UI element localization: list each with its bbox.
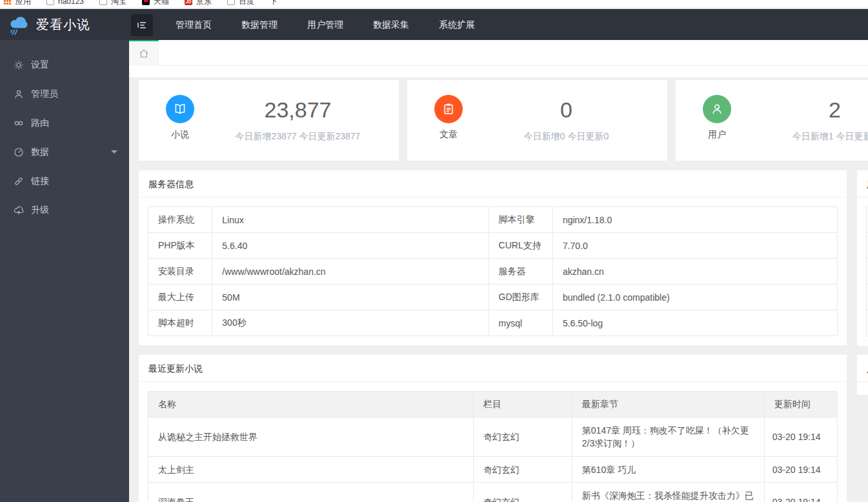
- stat-card-articles: 文章 0 今日新增0 今日更新0: [407, 80, 667, 161]
- rain-cloud-logo-icon: [8, 15, 31, 35]
- bookmark-label: 应用: [15, 0, 31, 7]
- home-icon: [138, 48, 150, 59]
- nav-item-user-manage[interactable]: 用户管理: [292, 9, 358, 40]
- favicon-placeholder-icon: [227, 0, 235, 5]
- app-logo[interactable]: 爱看小说: [0, 9, 129, 40]
- person-icon: [14, 89, 24, 99]
- table-row: 深海拳王 奇幻玄幻 新书《深海炮王：我杀怪能提升攻击力》已发 03-20 19:…: [148, 483, 838, 502]
- bookmark-label: 淘宝: [111, 0, 126, 7]
- sidebar-item-label: 链接: [31, 176, 49, 187]
- tmall-icon: [142, 0, 150, 5]
- table-row: 脚本超时 300秒 mysql 5.6.50-log: [148, 310, 838, 336]
- sidebar-item-admins[interactable]: 管理员: [0, 79, 129, 108]
- bookmark-more[interactable]: 下: [270, 0, 278, 7]
- recent-novels-table: 名称 栏目 最新章节 更新时间 从诡秘之主开始拯救世界 奇幻玄幻 第0147章 …: [148, 391, 838, 502]
- nav-item-system-extend[interactable]: 系统扩展: [424, 9, 490, 40]
- stat-label: 小说: [150, 129, 210, 141]
- sidebar-toggle-button[interactable]: [131, 14, 153, 36]
- server-value: 300秒: [212, 310, 489, 336]
- server-key: 服务器: [489, 259, 552, 285]
- stat-cards-row: 小说 23,877 今日新增23877 今日更新23877 文章: [139, 80, 868, 161]
- cloud-upload-icon: [14, 205, 24, 216]
- sidebar-item-label: 管理员: [31, 88, 58, 100]
- main-content: 小说 23,877 今日新增23877 今日更新23877 文章: [129, 66, 868, 502]
- server-value: 5.6.50-log: [552, 310, 837, 336]
- apps-grid-icon: [4, 0, 12, 5]
- clipboard-icon: [441, 102, 456, 116]
- server-key: GD图形库: [489, 285, 552, 310]
- novel-time: 03-20 19:14: [764, 457, 837, 483]
- server-key: mysql: [489, 310, 552, 336]
- panel-title: 用: [857, 170, 868, 197]
- tab-home[interactable]: [129, 40, 159, 66]
- novel-chapter: 第0147章 周珏：狗改不了吃屎！（补欠更2/3求订阅！）: [572, 417, 764, 457]
- server-key: CURL支持: [489, 233, 552, 259]
- bookmark-baidu[interactable]: 百度: [227, 0, 254, 7]
- panel-title: 人: [857, 355, 868, 382]
- bookmark-taobao[interactable]: 淘宝: [99, 0, 126, 7]
- sidebar-item-label: 数据: [31, 146, 49, 158]
- novel-name: 从诡秘之主开始拯救世界: [148, 417, 474, 457]
- novel-chapter: 第610章 巧儿: [572, 457, 764, 483]
- panel-title: 服务器信息: [139, 170, 847, 197]
- bookmark-tmall[interactable]: 天猫: [142, 0, 169, 7]
- stat-subtext: 今日新增0 今日更新0: [524, 131, 609, 143]
- server-value: /www/wwwroot/akzhan.cn: [212, 259, 489, 285]
- recent-novels-panel: 最近更新小说 名称 栏目 最新章节 更新时间 从诡秘之主开始拯救世界 奇幻玄幻 …: [139, 355, 847, 502]
- table-row: 太上剑主 奇幻玄幻 第610章 巧儿 03-20 19:14: [148, 457, 838, 483]
- user-stat-circle: [703, 95, 731, 123]
- server-value: bundled (2.1.0 compatible): [552, 285, 837, 310]
- server-key: 操作系统: [148, 207, 212, 233]
- novel-category: 奇幻玄幻: [474, 417, 572, 457]
- novel-name: 太上剑主: [148, 457, 474, 483]
- bookmark-label: 天猫: [154, 0, 169, 7]
- server-value: 5.6.40: [212, 233, 489, 259]
- infinity-icon: [14, 118, 24, 128]
- sidebar-item-label: 设置: [31, 59, 49, 71]
- sidebar-item-links[interactable]: 链接: [0, 166, 129, 196]
- server-key: PHP版本: [148, 233, 212, 259]
- sidebar-item-settings[interactable]: 设置: [0, 50, 129, 79]
- server-key: 脚本超时: [148, 310, 212, 336]
- nav-item-admin-home[interactable]: 管理首页: [161, 9, 227, 40]
- nav-item-data-collect[interactable]: 数据采集: [358, 9, 424, 40]
- bookmark-jd[interactable]: JD 京东: [185, 0, 212, 7]
- table-row: 操作系统 Linux 脚本引擎 nginx/1.18.0: [148, 207, 838, 233]
- server-info-table: 操作系统 Linux 脚本引擎 nginx/1.18.0 PHP版本 5.6.4…: [148, 206, 838, 336]
- server-key: 脚本引擎: [489, 207, 552, 233]
- bookmark-label: hao123: [58, 0, 84, 6]
- gauge-icon: [14, 147, 24, 157]
- bookmark-apps[interactable]: 应用: [4, 0, 31, 7]
- server-value: 50M: [212, 285, 489, 310]
- stat-value: 0: [560, 97, 572, 123]
- table-row: 从诡秘之主开始拯救世界 奇幻玄幻 第0147章 周珏：狗改不了吃屎！（补欠更2/…: [148, 417, 838, 457]
- server-key: 安装目录: [148, 259, 212, 285]
- bookmark-label: 京东: [196, 0, 212, 7]
- server-value: Linux: [212, 207, 489, 233]
- user-icon: [710, 102, 724, 116]
- table-row: 安装目录 /www/wwwroot/akzhan.cn 服务器 akzhan.c…: [148, 259, 838, 285]
- link-icon: [14, 176, 24, 186]
- bookmark-hao123[interactable]: hao123: [46, 0, 84, 6]
- novel-chapter: 新书《深海炮王：我杀怪能提升攻击力》已发: [572, 483, 764, 502]
- server-value: 7.70.0: [552, 233, 837, 259]
- stat-value: 23,877: [265, 97, 332, 123]
- nav-item-data-manage[interactable]: 数据管理: [227, 9, 292, 40]
- novel-name: 深海拳王: [148, 483, 474, 502]
- panel-title: 最近更新小说: [139, 355, 847, 382]
- sidebar-item-routes[interactable]: 路由: [0, 108, 129, 137]
- stat-card-novels: 小说 23,877 今日新增23877 今日更新23877: [139, 80, 399, 161]
- col-name: 名称: [148, 392, 474, 417]
- server-info-panel: 服务器信息 操作系统 Linux 脚本引擎 nginx/1.18.0 PHP版本…: [139, 170, 847, 345]
- stat-subtext: 今日新增23877 今日更新23877: [236, 131, 361, 143]
- stat-label: 用户: [687, 129, 747, 141]
- bookmark-label: 下: [270, 0, 278, 7]
- sidebar-item-data[interactable]: 数据: [0, 137, 129, 166]
- table-row: 最大上传 50M GD图形库 bundled (2.1.0 compatible…: [148, 285, 838, 310]
- table-row: PHP版本 5.6.40 CURL支持 7.70.0: [148, 233, 838, 259]
- stat-value: 2: [829, 97, 841, 123]
- open-book-icon: [173, 102, 187, 116]
- sidebar-item-upgrade[interactable]: 升级: [0, 196, 129, 225]
- gear-icon: [14, 60, 24, 70]
- stat-subtext: 今日新增1 今日更新1: [792, 131, 868, 143]
